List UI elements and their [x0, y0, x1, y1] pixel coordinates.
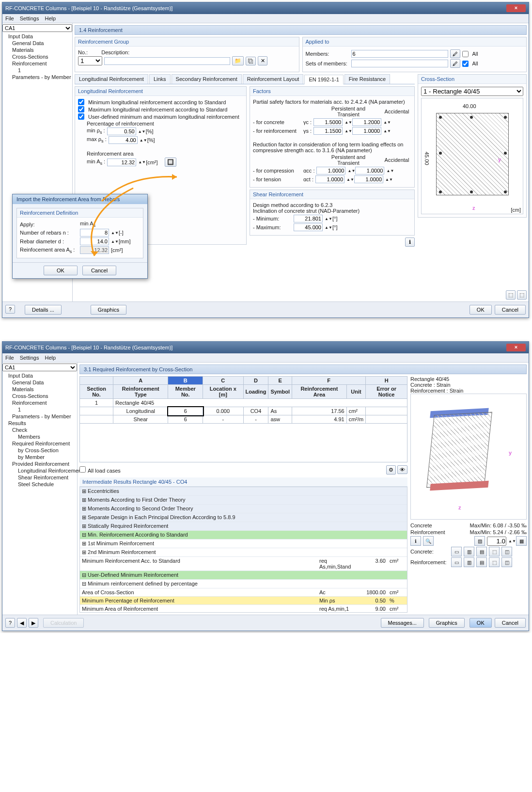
gs-acc-input[interactable]	[352, 127, 381, 135]
case-select[interactable]: CA1	[2, 24, 72, 32]
tb-r3[interactable]: ▤	[476, 557, 487, 567]
tree-required[interactable]: Required Reinforcement	[4, 440, 75, 447]
pick-members-icon[interactable]: 🖉	[450, 49, 460, 58]
tree-results[interactable]: Results	[4, 420, 75, 427]
tab-secondary[interactable]: Secondary Reinforcement	[172, 74, 242, 84]
tree-by-cs[interactable]: by Cross-Section	[4, 447, 75, 454]
spinner-icon[interactable]: ▲▼	[385, 178, 391, 181]
scale-input[interactable]	[487, 537, 506, 546]
d-input[interactable]	[80, 238, 109, 245]
help-icon[interactable]: ?	[5, 305, 15, 314]
shear-max-input[interactable]	[294, 223, 323, 231]
min-as-input[interactable]	[107, 158, 136, 166]
acc-acc-input[interactable]	[355, 167, 384, 174]
tab-links[interactable]: Links	[149, 74, 171, 84]
max-rho-input[interactable]	[109, 136, 138, 144]
case-select[interactable]: CA1	[2, 364, 77, 371]
spinner-icon[interactable]: ▲▼	[325, 226, 330, 229]
tab-layout[interactable]: Reinforcement Layout	[243, 74, 304, 84]
messages-button[interactable]: Messages...	[381, 618, 424, 628]
spinner-icon[interactable]: ▲▼	[325, 218, 330, 220]
tree-parameters[interactable]: Parameters - by Member	[4, 74, 70, 80]
toolbar-hatch-icon[interactable]: ▨	[474, 536, 485, 546]
intermediate-results-list[interactable]: ⊞ Eccentricities⊞ Moments According to F…	[79, 487, 407, 613]
spinner-icon[interactable]: ▲▼	[383, 130, 389, 132]
spinner-icon[interactable]: ▲▼	[346, 178, 352, 181]
spinner-icon[interactable]: ▲▼	[508, 540, 514, 542]
import-rebars-button[interactable]: 🔲	[165, 158, 176, 167]
spinner-icon[interactable]: ▲▼	[344, 121, 350, 124]
result-row[interactable]: ⊞ 1st Minimum Reinforcement	[80, 539, 407, 548]
view-icon-2[interactable]: ⬚	[517, 290, 527, 300]
spinner-icon[interactable]: ▲▼	[138, 161, 144, 163]
tree-reinforcement[interactable]: Reinforcement	[4, 60, 70, 67]
spinner-icon[interactable]: ▲▼	[111, 240, 117, 243]
filter-icon[interactable]: ⚙	[386, 465, 396, 475]
col-C[interactable]: C	[203, 377, 244, 385]
cancel-button[interactable]: Cancel	[495, 618, 526, 628]
n-input[interactable]	[80, 229, 109, 237]
menu-file[interactable]: File	[5, 355, 14, 361]
tree-cross-sections[interactable]: Cross-Sections	[4, 53, 70, 60]
table-row[interactable]: Shear6--asw4.91cm²/m	[80, 415, 407, 424]
spinner-icon[interactable]: ▲▼	[138, 130, 144, 133]
next-icon[interactable]: ▶	[29, 618, 38, 628]
result-row[interactable]: Area of Cross-SectionAc1800.00cm²	[80, 588, 407, 597]
tree-input-data[interactable]: Input Data	[4, 372, 75, 379]
close-icon[interactable]: ×	[506, 4, 526, 12]
menu-help[interactable]: Help	[45, 16, 56, 21]
spinner-icon[interactable]: ▲▼	[386, 170, 392, 172]
help-icon[interactable]: ?	[5, 618, 15, 628]
result-row[interactable]: Minimum Percentage of ReinforcementMin ρ…	[80, 597, 407, 605]
prev-icon[interactable]: ◀	[17, 618, 27, 628]
result-row[interactable]: ⊟ User-Defined Minimum Reinforcement	[80, 571, 407, 580]
tree-parameters[interactable]: Parameters - by Member	[4, 413, 75, 420]
dialog-cancel-button[interactable]: Cancel	[82, 266, 116, 275]
tree-cross-sections[interactable]: Cross-Sections	[4, 393, 75, 399]
tb-r4[interactable]: ⬚	[489, 557, 500, 567]
menu-help[interactable]: Help	[45, 355, 56, 361]
delete-icon[interactable]: ✕	[258, 56, 267, 65]
menu-settings[interactable]: Settings	[20, 16, 39, 21]
result-row[interactable]: ⊞ Moments According to Second Order Theo…	[80, 505, 407, 513]
view-icon-1[interactable]: ⬚	[506, 290, 516, 300]
members-input[interactable]	[351, 50, 448, 58]
tb-c2[interactable]: ▥	[464, 547, 474, 556]
result-row[interactable]: ⊟ Min. Reinforcement According to Standa…	[80, 531, 407, 539]
gs-pers-input[interactable]	[313, 127, 343, 135]
sets-input[interactable]	[351, 60, 448, 67]
copy-icon[interactable]: ⿻	[246, 57, 256, 65]
act-acc-input[interactable]	[354, 175, 383, 183]
spinner-icon[interactable]: ▲▼	[344, 130, 350, 132]
col-D[interactable]: D	[243, 377, 268, 385]
tree-reinf-1[interactable]: 1	[4, 406, 75, 413]
tab-longitudinal[interactable]: Longitudinal Reinforcement	[75, 74, 148, 84]
tree-input-data[interactable]: Input Data	[4, 33, 70, 40]
spinner-icon[interactable]: ▲▼	[383, 121, 389, 124]
result-row[interactable]: ⊞ Moments According to First Order Theor…	[80, 496, 407, 505]
tb-r2[interactable]: ▥	[464, 557, 474, 567]
description-input[interactable]	[104, 57, 230, 65]
gc-acc-input[interactable]	[352, 118, 381, 126]
spinner-icon[interactable]: ▲▼	[140, 139, 145, 142]
tab-fire[interactable]: Fire Resistance	[344, 74, 390, 84]
tree-prov-shear[interactable]: Shear Reinforcement	[4, 474, 75, 481]
tree-check[interactable]: Check	[4, 427, 75, 433]
chk-user[interactable]	[78, 113, 84, 120]
chk-max-std[interactable]	[78, 106, 84, 112]
spinner-icon[interactable]: ▲▼	[111, 232, 117, 234]
shear-min-input[interactable]	[294, 215, 323, 222]
tree-general[interactable]: General Data	[4, 379, 75, 386]
result-row[interactable]: Minimum Reinforcement Acc. to Standardre…	[80, 557, 407, 571]
result-row[interactable]: Minimum Area of Reinforcementreq As,min,…	[80, 605, 407, 613]
col-H[interactable]: H	[366, 377, 407, 385]
toolbar-zoom-icon[interactable]: 🔍	[423, 536, 434, 546]
eye-icon[interactable]: 👁	[397, 465, 407, 474]
all-load-cases-check[interactable]	[79, 466, 86, 473]
graphics-button[interactable]: Graphics	[91, 305, 126, 315]
menu-file[interactable]: File	[5, 16, 14, 21]
info-icon[interactable]: ℹ	[405, 238, 415, 247]
tb-c3[interactable]: ▤	[476, 547, 487, 556]
tree-check-members[interactable]: Members	[4, 433, 75, 440]
tab-en1992[interactable]: EN 1992-1-1	[304, 75, 343, 84]
